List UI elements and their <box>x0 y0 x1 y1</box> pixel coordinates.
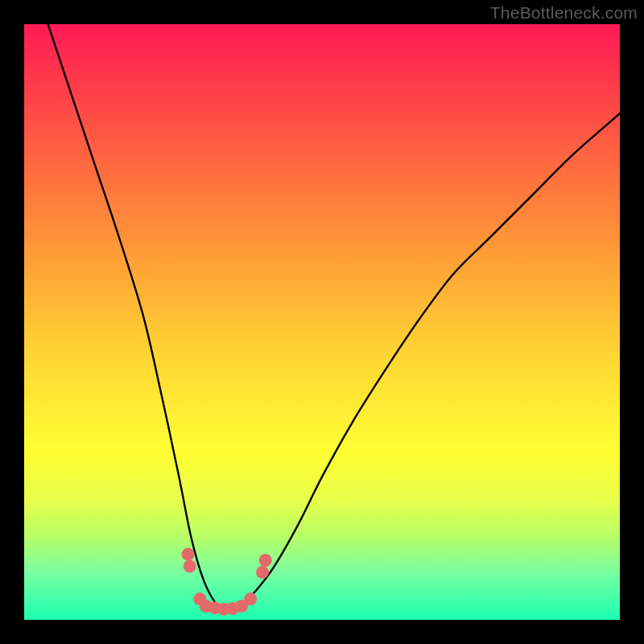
curve-marker <box>182 548 195 561</box>
marker-group <box>182 548 272 616</box>
plot-area <box>24 24 620 620</box>
chart-frame: TheBottleneck.com <box>0 0 644 644</box>
bottleneck-curve-svg <box>24 24 620 620</box>
curve-marker <box>244 592 257 605</box>
curve-marker <box>259 554 272 567</box>
curve-marker <box>184 559 196 572</box>
curve-marker <box>256 566 269 579</box>
watermark-text: TheBottleneck.com <box>490 3 638 23</box>
bottleneck-curve-path <box>48 24 620 609</box>
